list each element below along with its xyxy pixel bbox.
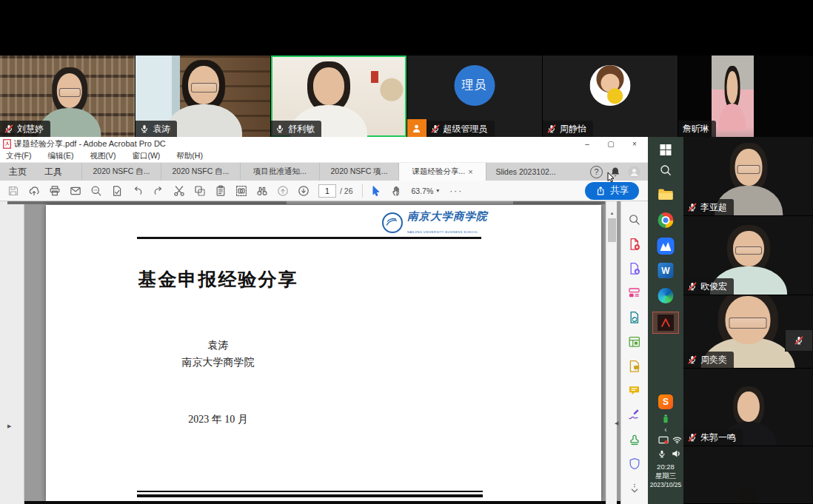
help-button[interactable]: ? [590, 166, 603, 178]
export-pdf-tool[interactable] [627, 261, 642, 276]
save-icon[interactable] [7, 185, 19, 197]
muted-mic-icon [688, 355, 697, 364]
snapshot-icon[interactable] [235, 185, 247, 197]
participant-name: 朱郭一鸣 [700, 433, 736, 442]
menu-help[interactable]: 帮助(H) [176, 151, 203, 161]
tab-close-icon[interactable]: × [468, 167, 472, 176]
acrobat-taskbar-button-active[interactable] [652, 312, 679, 334]
tencent-meeting-button[interactable] [658, 238, 675, 255]
binoculars-icon[interactable] [256, 185, 268, 197]
zoom-control[interactable]: 63.7% ▾ [412, 187, 440, 195]
comment-tool[interactable] [627, 383, 642, 398]
maximize-button[interactable]: ▢ [599, 137, 623, 150]
search-icon[interactable] [90, 185, 102, 197]
video-tile-liuhuiting[interactable]: 刘慧婷 [0, 56, 136, 137]
stamp-tool[interactable] [627, 432, 642, 447]
cut-icon[interactable] [173, 185, 185, 197]
account-avatar-icon[interactable] [628, 166, 640, 178]
video-tile-shulimin-speaking[interactable]: 舒利敏 [271, 56, 406, 137]
doc-tab-3[interactable]: 项目批准通知... [240, 163, 319, 181]
video-tile-admin[interactable]: 理员 超级管理员 [407, 56, 543, 137]
fill-sign-tool[interactable] [627, 408, 642, 423]
menu-view[interactable]: 视图(V) [90, 151, 116, 161]
edit-pdf-tool[interactable] [627, 286, 642, 300]
window-titlebar[interactable]: 课题经验分享.pdf - Adobe Acrobat Pro DC – ▢ × [0, 137, 648, 150]
doc-tab-6[interactable]: Slides 2023102... [486, 163, 565, 181]
vertical-scrollbar[interactable]: ▲ [606, 201, 617, 504]
redo-icon[interactable] [153, 185, 164, 197]
print-icon[interactable] [49, 185, 61, 197]
collapse-panel-icon[interactable]: ◀ [615, 420, 618, 426]
pointer-tool-icon[interactable] [370, 185, 382, 197]
screen-record-tray-icon[interactable] [658, 436, 669, 445]
comment-doc-tool[interactable] [627, 359, 642, 374]
clipboard-icon[interactable] [215, 185, 227, 197]
nav-pane-collapsed[interactable]: ▶ [0, 201, 24, 504]
toolbar-shadow [7, 201, 287, 204]
camera-off-thumbnail [785, 329, 813, 352]
page-number-input[interactable]: 1 [318, 184, 336, 198]
scrollbar-thumb[interactable] [608, 218, 616, 242]
protect-tool[interactable] [627, 457, 642, 471]
more-tools-button[interactable]: ··· [449, 186, 463, 196]
taskbar-search-button[interactable] [659, 164, 672, 177]
menu-file[interactable]: 文件(F) [6, 151, 31, 161]
toolbar-shadow [513, 201, 605, 204]
wifi-tray-icon[interactable] [672, 436, 682, 444]
tab-tools[interactable]: 工具 [36, 163, 71, 181]
participant-figure [734, 489, 763, 503]
video-tile-zhuguoyiming[interactable]: 朱郭一鸣 [683, 369, 813, 446]
doc-tab-4[interactable]: 2020 NSFC 项... [319, 163, 398, 181]
hand-tool-icon[interactable] [391, 185, 403, 197]
participant-figure [719, 66, 746, 131]
organize-pages-tool[interactable] [627, 335, 642, 349]
host-badge [407, 119, 426, 137]
word-button[interactable]: W [658, 263, 674, 278]
email-icon[interactable] [70, 185, 81, 197]
doc-tab-2[interactable]: 2020 NSFC 自... [161, 163, 240, 181]
page-up-icon[interactable] [277, 185, 289, 197]
edge-button[interactable] [658, 288, 674, 303]
video-tile-yuantao[interactable]: 袁涛 [136, 56, 271, 137]
video-tile-zhanxinlin[interactable]: 詹昕琳 [678, 56, 813, 137]
close-button[interactable]: × [623, 137, 646, 150]
doc-check-icon[interactable] [111, 185, 123, 197]
zoom-caret-icon: ▾ [436, 187, 439, 194]
footer-rule [137, 491, 483, 497]
menu-window[interactable]: 窗口(W) [132, 151, 160, 161]
undo-icon[interactable] [132, 185, 144, 197]
video-tile-oujunhong[interactable]: 欧俊宏 [683, 216, 813, 295]
cloud-upload-icon[interactable] [28, 185, 40, 197]
expand-pane-icon[interactable]: ▶ [7, 423, 11, 429]
usb-device-button[interactable] [660, 412, 671, 424]
chrome-button[interactable] [658, 212, 674, 228]
create-pdf-tool[interactable] [627, 237, 642, 252]
panel-search-tool[interactable] [627, 212, 642, 227]
page-down-icon[interactable] [298, 185, 310, 197]
tab-home[interactable]: 主页 [0, 163, 36, 181]
menu-edit[interactable]: 编辑(E) [47, 151, 73, 161]
scroll-up-icon[interactable]: ▲ [606, 208, 618, 218]
doc-tab-1[interactable]: 2020 NSFC 自... [81, 163, 161, 181]
video-tile-zhoujingyi[interactable]: 周静怡 [543, 56, 678, 137]
share-button[interactable]: 共享 [585, 182, 639, 200]
minimize-button[interactable]: – [575, 137, 599, 150]
video-tile-dorm-room[interactable] [683, 446, 813, 503]
file-explorer-button[interactable] [658, 187, 674, 201]
speaker-tray-icon[interactable] [672, 449, 681, 458]
taskbar-clock[interactable]: 20:28 星期三 2023/10/25 [648, 463, 683, 489]
convert-pdf-tool[interactable] [627, 310, 642, 325]
participant-name: 超级管理员 [444, 124, 488, 133]
doc-tab-active[interactable]: 课题经验分享... × [398, 163, 486, 181]
header-rule [137, 237, 481, 239]
sogou-input-button[interactable]: S [658, 394, 673, 409]
hidden-icons-button[interactable]: ‹ [664, 426, 666, 434]
microphone-tray-icon[interactable] [658, 449, 666, 459]
search-icon [659, 164, 672, 177]
video-tile-liyachao[interactable]: 李亚超 [683, 137, 813, 216]
video-tile-zhouyiyi[interactable]: 周奕奕 [683, 295, 813, 369]
doc-affiliation: 南京大学商学院 [46, 356, 390, 369]
more-tools-button[interactable] [627, 481, 642, 496]
start-button[interactable] [660, 144, 672, 155]
copy-icon[interactable] [194, 185, 206, 197]
